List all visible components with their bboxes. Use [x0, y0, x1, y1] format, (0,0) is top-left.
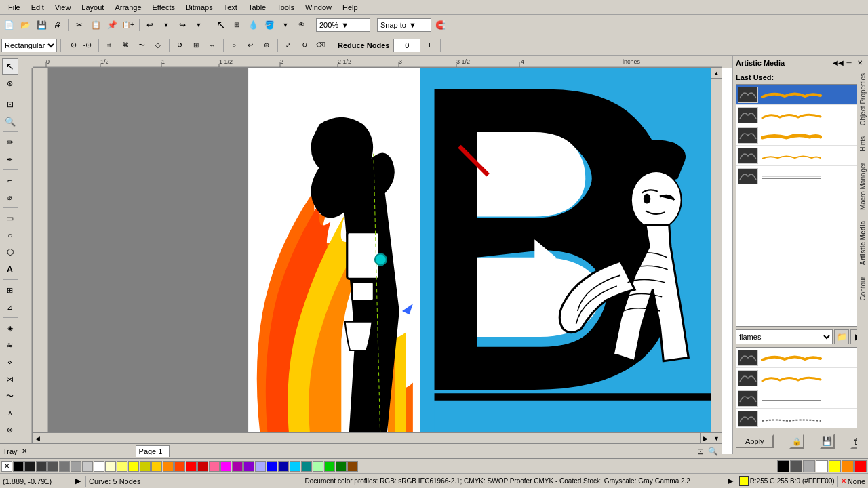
extract-subpath[interactable]: ⊕ [259, 38, 274, 53]
color-gray1[interactable] [47, 461, 58, 472]
color-yellow-light[interactable] [117, 461, 127, 472]
menu-effects[interactable]: Effects [147, 2, 180, 13]
color-white[interactable] [94, 461, 104, 472]
blend-tool[interactable]: ≋ [2, 337, 18, 353]
menu-help[interactable]: Help [337, 2, 363, 13]
flames-row-2[interactable] [736, 368, 865, 388]
artistic-media-tab[interactable]: Artistic Media [858, 216, 868, 271]
color-eyedropper[interactable]: 💧 [245, 18, 260, 33]
node-stretch[interactable]: ↔ [205, 38, 220, 53]
special-black[interactable] [777, 460, 789, 472]
color-magenta[interactable] [220, 461, 231, 472]
color-gray2[interactable] [59, 461, 70, 472]
special-orange[interactable] [842, 460, 854, 472]
transform-button[interactable]: ⊞ [229, 18, 244, 33]
panel-expand-btn[interactable]: ◀◀ [833, 58, 844, 68]
save-button[interactable]: 💾 [34, 18, 49, 33]
panel-minimize-btn[interactable]: ─ [844, 58, 854, 68]
category-select[interactable]: flames [736, 329, 833, 344]
rotate-skew[interactable]: ↻ [297, 38, 312, 53]
scroll-right-btn[interactable]: ▶ [700, 433, 711, 444]
zoom-fit-btn[interactable]: ⊡ [694, 445, 707, 458]
stretch-scale[interactable]: ⤢ [281, 38, 296, 53]
node-smooth[interactable]: 〜 [134, 38, 149, 53]
macro-manager-tab[interactable]: Macro Manager [858, 157, 868, 216]
media-row-1[interactable] [736, 85, 865, 105]
color-violet[interactable] [243, 461, 254, 472]
color-cyan[interactable] [290, 461, 300, 472]
node-connect[interactable]: ⌘ [118, 38, 133, 53]
color-yellow-dark[interactable] [140, 461, 151, 472]
play-anim-btn[interactable]: ▶ [73, 476, 83, 486]
zoom-in-btn[interactable]: 🔍 [707, 445, 719, 458]
menu-window[interactable]: Window [300, 2, 337, 13]
color-fill[interactable]: 🪣 [262, 18, 277, 33]
color-black[interactable] [13, 461, 24, 472]
interactive-fill-tool[interactable]: ◈ [2, 320, 18, 336]
color-pink[interactable] [209, 461, 220, 472]
flames-row-4[interactable] [736, 409, 865, 428]
scroll-left-btn[interactable]: ◀ [33, 433, 43, 444]
fill-color-box[interactable] [739, 476, 749, 486]
color-red[interactable] [186, 461, 197, 472]
extrude-tool[interactable]: ⋄ [2, 354, 18, 370]
curve-reverse[interactable]: ↩ [243, 38, 258, 53]
redo-arrow[interactable]: ▼ [191, 18, 206, 33]
dimension-tool[interactable]: ⌐ [2, 172, 18, 188]
menu-file[interactable]: File [3, 2, 26, 13]
color-dark-gray2[interactable] [36, 461, 47, 472]
reduce-nodes-increase[interactable]: + [422, 38, 437, 53]
scroll-bottom[interactable]: ◀ ▶ [33, 432, 711, 443]
smear-tool[interactable]: 〜 [2, 388, 18, 404]
save-media-btn[interactable]: 💾 [820, 434, 835, 449]
special-white[interactable] [816, 460, 828, 472]
node-reverse[interactable]: ↺ [172, 38, 187, 53]
color-purple[interactable] [232, 461, 243, 472]
color-profile-arrow[interactable]: ▶ [728, 476, 733, 485]
table-tool[interactable]: ⊞ [2, 282, 18, 298]
color-orange-light[interactable] [151, 461, 162, 472]
menu-arrange[interactable]: Arrange [109, 2, 146, 13]
media-row-4[interactable] [736, 146, 865, 166]
menu-table[interactable]: Table [243, 2, 271, 13]
select-tool[interactable]: ↖ [213, 18, 228, 33]
tray-close-btn[interactable]: ✕ [20, 447, 28, 455]
color-arrow[interactable]: ▼ [278, 18, 293, 33]
selection-tool[interactable]: ↖ [2, 58, 18, 75]
menu-view[interactable]: View [50, 2, 77, 13]
free-transform-tool[interactable]: ⊗ [2, 422, 18, 438]
ellipse-tool[interactable]: ○ [2, 227, 18, 243]
snap-toggle[interactable]: 🧲 [433, 18, 448, 33]
lock-button[interactable]: 🔒 [789, 434, 804, 449]
contour-tab[interactable]: Contour [858, 271, 868, 306]
print-button[interactable]: 🖨 [50, 18, 65, 33]
paste-button[interactable]: 📌 [104, 18, 119, 33]
color-dark-blue[interactable] [278, 461, 289, 472]
special-yellow[interactable] [829, 460, 841, 472]
paste-special-button[interactable]: 📋+ [121, 18, 136, 33]
color-dark-gray1[interactable] [24, 461, 35, 472]
align-nodes[interactable]: ⌫ [313, 38, 328, 53]
eyedropper-tool[interactable]: ⊿ [2, 299, 18, 315]
smart-draw-tool[interactable]: ✒ [2, 151, 18, 167]
tray-tab[interactable]: Tray [3, 447, 18, 455]
color-yellow[interactable] [128, 461, 139, 472]
color-blue[interactable] [267, 461, 277, 472]
scroll-right[interactable]: ▲ ▼ [711, 68, 722, 443]
special-gray2[interactable] [803, 460, 815, 472]
apply-button[interactable]: Apply [736, 434, 774, 448]
hscroll-track[interactable] [43, 433, 700, 443]
scroll-up-btn[interactable]: ▲ [711, 68, 722, 79]
copy-button[interactable]: 📋 [88, 18, 103, 33]
undo-arrow[interactable]: ▼ [159, 18, 174, 33]
color-blue-light[interactable] [255, 461, 266, 472]
color-green[interactable] [324, 461, 335, 472]
panel-close-btn[interactable]: ✕ [854, 58, 865, 68]
media-row-3[interactable] [736, 125, 865, 146]
menu-bitmaps[interactable]: Bitmaps [180, 2, 218, 13]
hints-tab[interactable]: Hints [858, 131, 868, 157]
view-btn[interactable]: 👁 [294, 18, 309, 33]
freehand-tool[interactable]: ✏ [2, 134, 18, 150]
del-node-btn[interactable]: -⊙ [80, 38, 95, 53]
envelope-tool[interactable]: ⋈ [2, 371, 18, 387]
